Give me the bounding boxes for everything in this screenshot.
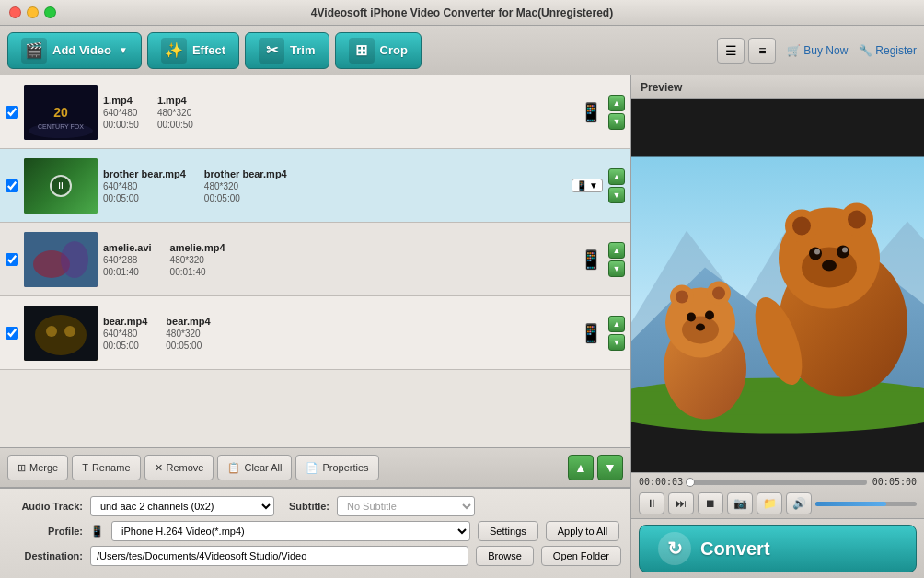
effect-button[interactable]: ✨ Effect [147, 32, 239, 69]
svg-point-6 [61, 241, 88, 278]
preview-label: Preview [641, 81, 682, 94]
file-checkbox-1[interactable] [6, 106, 18, 119]
file-actions-4: ▲ ▼ [608, 316, 625, 351]
svg-point-8 [35, 315, 87, 355]
rename-icon: T [82, 462, 88, 473]
file-checkbox-4[interactable] [6, 327, 18, 340]
profile-label: Profile: [9, 526, 83, 537]
convert-icon: ↻ [658, 532, 691, 565]
audio-track-row: Audio Track: und aac 2 channels (0x2) Su… [9, 496, 621, 516]
expand-down-3[interactable]: ▼ [608, 260, 625, 277]
file-device-2[interactable]: 📱 ▼ [572, 179, 603, 192]
expand-up-1[interactable]: ▲ [608, 95, 625, 111]
volume-slider[interactable] [815, 502, 917, 506]
device-icon-4: 📱 [580, 322, 603, 344]
folder-button[interactable]: 📁 [757, 492, 782, 514]
move-buttons: ▲ ▼ [568, 455, 623, 480]
current-time: 00:00:03 [639, 477, 683, 487]
svg-point-33 [676, 291, 688, 304]
audio-track-select[interactable]: und aac 2 channels (0x2) [90, 496, 274, 516]
properties-icon: 📄 [306, 462, 318, 474]
file-actions-2: ▲ ▼ [608, 168, 625, 203]
properties-button[interactable]: 📄 Properties [295, 455, 378, 480]
settings-button[interactable]: Settings [478, 521, 538, 541]
table-row[interactable]: bear.mp4 640*480 00:05:00 bear.mp4 480*3… [0, 296, 630, 370]
rename-button[interactable]: T Rename [72, 455, 140, 480]
convert-button[interactable]: ↻ Convert [639, 525, 917, 572]
preview-video [631, 99, 924, 472]
file-actions-1: ▲ ▼ [608, 95, 625, 130]
file-info-3: amelie.avi 640*288 00:01:40 amelie.mp4 4… [103, 242, 574, 277]
screenshot-button[interactable]: 📷 [727, 492, 753, 514]
expand-up-4[interactable]: ▲ [608, 316, 625, 332]
trim-icon: ✂ [259, 38, 284, 64]
remove-button[interactable]: ✕ Remove [144, 455, 214, 480]
expand-up-2[interactable]: ▲ [608, 168, 625, 185]
file-info-2: brother bear.mp4 640*480 00:05:00 brothe… [103, 168, 566, 203]
file-thumbnail-1: 20CENTURY FOX [24, 85, 98, 140]
apply-to-all-button[interactable]: Apply to All [546, 521, 619, 541]
subtitle-label: Subtitle: [289, 501, 329, 512]
crop-button[interactable]: ⊞ Crop [335, 32, 422, 69]
register-link[interactable]: 🔧 Register [859, 44, 917, 57]
file-device-1: 📱 [580, 101, 603, 123]
title-bar: 4Videosoft iPhone Video Converter for Ma… [0, 0, 924, 26]
clear-all-button[interactable]: 📋 Clear All [217, 455, 292, 480]
svg-point-10 [64, 326, 75, 337]
file-checkbox-2[interactable] [6, 179, 18, 192]
effect-icon: ✨ [161, 38, 187, 64]
audio-track-label: Audio Track: [9, 501, 83, 512]
browse-button[interactable]: Browse [476, 546, 534, 566]
expand-up-3[interactable]: ▲ [608, 242, 625, 259]
buy-now-icon: 🛒 [787, 44, 801, 57]
detail-view-button[interactable]: ≡ [748, 38, 776, 64]
settings-panel: Audio Track: und aac 2 channels (0x2) Su… [0, 488, 630, 578]
svg-point-38 [696, 324, 705, 331]
expand-down-1[interactable]: ▼ [608, 113, 625, 130]
move-up-button[interactable]: ▲ [568, 455, 594, 480]
table-row[interactable]: ⏸ brother bear.mp4 640*480 00:05:00 brot… [0, 149, 630, 223]
merge-icon: ⊞ [17, 462, 26, 474]
profile-select[interactable]: iPhone H.264 Video(*.mp4) [111, 521, 470, 541]
stop-button[interactable]: ⏹ [698, 492, 723, 514]
add-video-icon: 🎬 [21, 38, 47, 64]
left-panel: 20CENTURY FOX 1.mp4 640*480 00:00:50 1.m… [0, 75, 631, 578]
preview-header: Preview [631, 75, 924, 99]
svg-point-20 [792, 217, 811, 236]
table-row[interactable]: amelie.avi 640*288 00:01:40 amelie.mp4 4… [0, 223, 630, 296]
add-video-arrow-icon: ▼ [119, 45, 128, 55]
close-button[interactable] [9, 6, 21, 18]
merge-button[interactable]: ⊞ Merge [7, 455, 68, 480]
subtitle-select[interactable]: No Subtitle [337, 496, 475, 516]
list-view-button[interactable]: ☰ [717, 38, 745, 64]
step-forward-button[interactable]: ⏭ [668, 492, 694, 514]
expand-down-2[interactable]: ▼ [608, 187, 625, 203]
progress-bar[interactable] [688, 480, 867, 485]
total-time: 00:05:00 [872, 477, 917, 487]
volume-icon[interactable]: 🔊 [786, 492, 812, 514]
destination-input[interactable]: /Users/tes/Documents/4Videosoft Studio/V… [90, 546, 468, 566]
svg-point-37 [705, 311, 714, 320]
file-device-3: 📱 [580, 249, 603, 271]
buy-now-link[interactable]: 🛒 Buy Now [787, 44, 848, 57]
add-video-button[interactable]: 🎬 Add Video ▼ [7, 32, 142, 69]
open-folder-button[interactable]: Open Folder [541, 546, 621, 566]
pause-button[interactable]: ⏸ [639, 492, 664, 514]
time-bar: 00:00:03 00:05:00 [639, 477, 917, 487]
svg-point-21 [848, 211, 866, 229]
file-thumbnail-2: ⏸ [24, 158, 98, 214]
svg-text:CENTURY FOX: CENTURY FOX [38, 123, 84, 130]
progress-thumb[interactable] [686, 478, 695, 487]
device-dropdown-2[interactable]: 📱 ▼ [572, 179, 603, 192]
move-down-button[interactable]: ▼ [597, 455, 623, 480]
svg-point-26 [842, 248, 848, 253]
file-checkbox-3[interactable] [6, 253, 18, 266]
minimize-button[interactable] [27, 6, 39, 18]
trim-button[interactable]: ✂ Trim [245, 32, 329, 69]
file-actions-3: ▲ ▼ [608, 242, 625, 277]
table-row[interactable]: 20CENTURY FOX 1.mp4 640*480 00:00:50 1.m… [0, 75, 630, 149]
bottom-toolbar: ⊞ Merge T Rename ✕ Remove 📋 Clear All 📄 … [0, 447, 630, 488]
expand-down-4[interactable]: ▼ [608, 334, 625, 351]
maximize-button[interactable] [44, 6, 56, 18]
preview-scene [631, 99, 924, 472]
